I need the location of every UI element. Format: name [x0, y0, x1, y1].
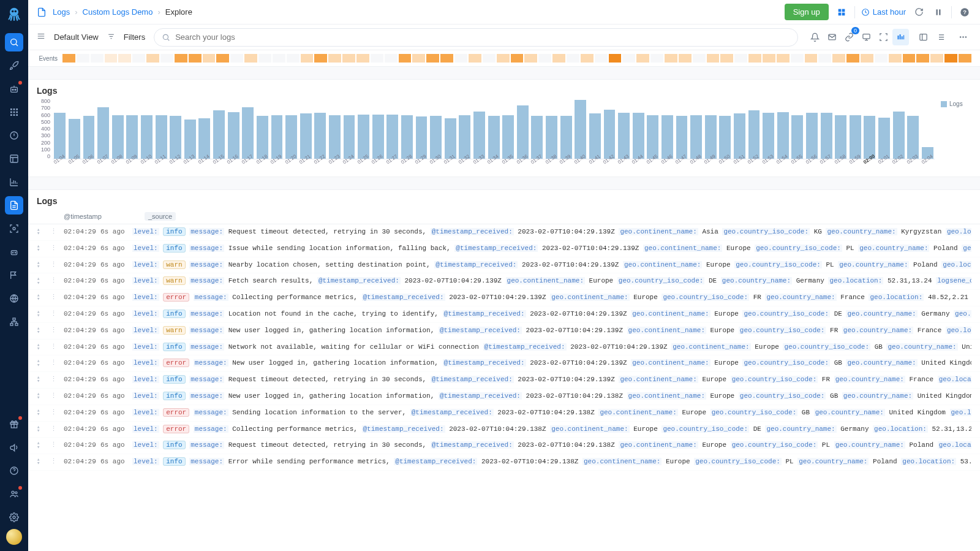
- chart-bar[interactable]: [170, 116, 181, 159]
- heat-cell[interactable]: [328, 54, 341, 63]
- chart-bar[interactable]: [647, 115, 658, 159]
- heat-cell[interactable]: [412, 54, 425, 63]
- heat-cell[interactable]: [230, 54, 243, 63]
- row-menu-icon[interactable]: ⋮: [50, 374, 58, 386]
- chart-bar[interactable]: [517, 105, 529, 159]
- chart-bar[interactable]: [344, 115, 355, 159]
- heat-cell[interactable]: [930, 54, 943, 63]
- chart-bar[interactable]: [372, 115, 384, 159]
- heat-cell[interactable]: [385, 54, 398, 63]
- heat-cell[interactable]: [805, 54, 818, 63]
- heat-cell[interactable]: [791, 54, 804, 63]
- heat-cell[interactable]: [454, 54, 467, 63]
- log-row[interactable]: ▴▾⋮02:04:296s agolevel: info message: Er…: [28, 454, 980, 471]
- heat-cell[interactable]: [203, 54, 216, 63]
- chart-bar[interactable]: [575, 100, 586, 159]
- row-menu-icon[interactable]: ⋮: [50, 292, 58, 304]
- heat-cell[interactable]: [244, 54, 257, 63]
- chart-bar[interactable]: [198, 118, 210, 159]
- menu-icon[interactable]: [37, 32, 45, 42]
- chart-bar[interactable]: [314, 113, 326, 159]
- heat-cell[interactable]: [875, 54, 888, 63]
- heat-cell[interactable]: [581, 54, 594, 63]
- chart-bar[interactable]: [285, 115, 297, 159]
- chart-bar[interactable]: [141, 115, 153, 159]
- nav-announce[interactable]: [5, 438, 23, 457]
- chart-bar[interactable]: [604, 110, 616, 159]
- heat-cell[interactable]: [216, 54, 229, 63]
- expand-icon[interactable]: ▴▾: [37, 325, 44, 335]
- chart-bar[interactable]: [734, 113, 745, 159]
- heat-cell[interactable]: [497, 54, 510, 63]
- chart-bar[interactable]: [184, 120, 196, 159]
- refresh-icon[interactable]: [912, 6, 925, 19]
- heat-cell[interactable]: [538, 54, 551, 63]
- search-box[interactable]: [154, 28, 798, 47]
- nav-grid[interactable]: [5, 103, 23, 121]
- nav-alert[interactable]: [5, 126, 23, 145]
- nav-help[interactable]: [5, 462, 23, 480]
- monitor-icon[interactable]: [858, 29, 875, 45]
- heat-cell[interactable]: [511, 54, 524, 63]
- bell-icon[interactable]: [807, 29, 823, 45]
- heat-cell[interactable]: [118, 54, 131, 63]
- log-row[interactable]: ▴▾⋮02:04:296s agolevel: info message: Lo…: [28, 306, 980, 323]
- chart-bar[interactable]: [690, 115, 702, 159]
- row-menu-icon[interactable]: ⋮: [50, 407, 58, 419]
- log-row[interactable]: ▴▾⋮02:04:296s agolevel: warn message: Ne…: [28, 257, 980, 274]
- nav-settings[interactable]: [5, 508, 23, 526]
- nav-focus[interactable]: [5, 219, 23, 238]
- chart-bar[interactable]: [488, 116, 500, 159]
- filters-button[interactable]: Filters: [124, 32, 145, 42]
- panel-left-icon[interactable]: [915, 29, 932, 45]
- heat-cell[interactable]: [650, 54, 663, 63]
- chart-bar[interactable]: [430, 116, 442, 159]
- heat-cell[interactable]: [273, 54, 285, 63]
- chart-bar[interactable]: [473, 112, 485, 159]
- heat-cell[interactable]: [734, 54, 747, 63]
- chart-bar[interactable]: [531, 116, 543, 159]
- chart-bar[interactable]: [459, 115, 470, 159]
- pause-icon[interactable]: [932, 6, 945, 19]
- expand-icon[interactable]: ▴▾: [37, 374, 44, 384]
- heat-cell[interactable]: [314, 54, 327, 63]
- expand-icon[interactable]: ▴▾: [37, 259, 44, 269]
- heat-cell[interactable]: [707, 54, 720, 63]
- chart-bar[interactable]: [705, 115, 717, 159]
- chart-bar[interactable]: [358, 115, 369, 159]
- chart-bar[interactable]: [156, 115, 167, 159]
- expand-icon[interactable]: ▴▾: [37, 439, 44, 449]
- chart-bar[interactable]: [763, 113, 774, 159]
- app-logo[interactable]: [6, 5, 23, 22]
- apps-icon[interactable]: [835, 6, 848, 19]
- log-row[interactable]: ▴▾⋮02:04:296s agolevel: warn message: Ne…: [28, 323, 980, 340]
- expand-icon[interactable]: ▴▾: [37, 243, 44, 253]
- heat-cell[interactable]: [175, 54, 187, 63]
- user-avatar[interactable]: [6, 529, 22, 545]
- heat-cell[interactable]: [763, 54, 775, 63]
- heat-cell[interactable]: [720, 54, 733, 63]
- chart-bar[interactable]: [300, 113, 312, 159]
- heat-cell[interactable]: [342, 54, 355, 63]
- chart-bar[interactable]: [213, 110, 225, 159]
- chart-bar[interactable]: [719, 116, 731, 159]
- log-row[interactable]: ▴▾⋮02:04:296s agolevel: info message: Re…: [28, 372, 980, 389]
- nav-rocket[interactable]: [5, 56, 23, 75]
- chart-bar[interactable]: [445, 118, 456, 159]
- row-menu-icon[interactable]: ⋮: [50, 424, 58, 436]
- more-icon[interactable]: [955, 29, 971, 45]
- heat-cell[interactable]: [693, 54, 706, 63]
- chart-bar[interactable]: [560, 116, 572, 159]
- heat-cell[interactable]: [132, 54, 145, 63]
- row-menu-icon[interactable]: ⋮: [50, 275, 58, 287]
- heat-cell[interactable]: [483, 54, 496, 63]
- heat-cell[interactable]: [440, 54, 453, 63]
- chart-bar[interactable]: [662, 115, 673, 159]
- log-row[interactable]: ▴▾⋮02:04:296s agolevel: error message: S…: [28, 405, 980, 422]
- log-row[interactable]: ▴▾⋮02:04:296s agolevel: info message: Is…: [28, 241, 980, 257]
- log-row[interactable]: ▴▾⋮02:04:296s agolevel: info message: Ne…: [28, 389, 980, 405]
- heat-cell[interactable]: [399, 54, 412, 63]
- chart-bar[interactable]: [850, 115, 861, 159]
- heat-cell[interactable]: [777, 54, 790, 63]
- signup-button[interactable]: Sign up: [785, 4, 829, 20]
